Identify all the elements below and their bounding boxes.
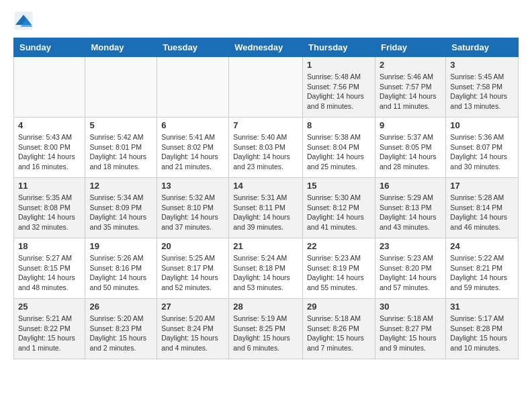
calendar-cell: 2Sunrise: 5:46 AM Sunset: 7:57 PM Daylig…: [375, 57, 445, 118]
cell-date-number: 11: [18, 181, 81, 191]
cell-info-text: Sunrise: 5:17 AM Sunset: 8:28 PM Dayligh…: [450, 314, 514, 353]
calendar-cell: 4Sunrise: 5:43 AM Sunset: 8:00 PM Daylig…: [14, 118, 85, 178]
calendar-cell: 8Sunrise: 5:38 AM Sunset: 8:04 PM Daylig…: [303, 118, 375, 178]
calendar-cell: 6Sunrise: 5:41 AM Sunset: 8:02 PM Daylig…: [157, 118, 229, 178]
weekday-header-monday: Monday: [85, 38, 157, 57]
cell-date-number: 20: [161, 241, 224, 251]
cell-date-number: 10: [450, 120, 514, 130]
cell-info-text: Sunrise: 5:35 AM Sunset: 8:08 PM Dayligh…: [18, 193, 81, 232]
calendar-table: SundayMondayTuesdayWednesdayThursdayFrid…: [13, 38, 519, 359]
cell-info-text: Sunrise: 5:40 AM Sunset: 8:03 PM Dayligh…: [233, 132, 298, 172]
cell-info-text: Sunrise: 5:37 AM Sunset: 8:05 PM Dayligh…: [380, 132, 441, 172]
calendar-cell: 23Sunrise: 5:23 AM Sunset: 8:20 PM Dayli…: [375, 238, 445, 299]
cell-date-number: 19: [89, 241, 152, 251]
cell-info-text: Sunrise: 5:23 AM Sunset: 8:20 PM Dayligh…: [380, 253, 441, 293]
cell-info-text: Sunrise: 5:42 AM Sunset: 8:01 PM Dayligh…: [89, 132, 152, 172]
cell-date-number: 31: [450, 302, 514, 312]
cell-date-number: 17: [450, 181, 514, 191]
cell-info-text: Sunrise: 5:29 AM Sunset: 8:13 PM Dayligh…: [380, 193, 441, 232]
cell-date-number: 26: [89, 302, 152, 312]
cell-date-number: 18: [18, 241, 81, 251]
calendar-cell: 26Sunrise: 5:20 AM Sunset: 8:23 PM Dayli…: [85, 299, 157, 359]
cell-info-text: Sunrise: 5:22 AM Sunset: 8:21 PM Dayligh…: [450, 253, 514, 293]
cell-info-text: Sunrise: 5:21 AM Sunset: 8:22 PM Dayligh…: [18, 314, 81, 353]
cell-date-number: 5: [89, 120, 152, 130]
cell-date-number: 27: [161, 302, 224, 312]
calendar-cell: 30Sunrise: 5:18 AM Sunset: 8:27 PM Dayli…: [375, 299, 445, 359]
cell-info-text: Sunrise: 5:48 AM Sunset: 7:56 PM Dayligh…: [307, 72, 371, 111]
cell-date-number: 6: [161, 120, 224, 130]
cell-date-number: 24: [450, 241, 514, 251]
cell-date-number: 21: [233, 241, 298, 251]
calendar-cell: [157, 57, 229, 118]
cell-info-text: Sunrise: 5:25 AM Sunset: 8:17 PM Dayligh…: [161, 253, 224, 293]
cell-date-number: 2: [380, 60, 441, 70]
cell-info-text: Sunrise: 5:24 AM Sunset: 8:18 PM Dayligh…: [233, 253, 298, 293]
cell-date-number: 8: [307, 120, 371, 130]
calendar-cell: 9Sunrise: 5:37 AM Sunset: 8:05 PM Daylig…: [375, 118, 445, 178]
calendar-cell: 29Sunrise: 5:18 AM Sunset: 8:26 PM Dayli…: [303, 299, 375, 359]
calendar-cell: 16Sunrise: 5:29 AM Sunset: 8:13 PM Dayli…: [375, 178, 445, 238]
calendar-cell: 11Sunrise: 5:35 AM Sunset: 8:08 PM Dayli…: [14, 178, 85, 238]
cell-date-number: 22: [307, 241, 371, 251]
cell-info-text: Sunrise: 5:18 AM Sunset: 8:27 PM Dayligh…: [380, 314, 441, 353]
week-row-3: 18Sunrise: 5:27 AM Sunset: 8:15 PM Dayli…: [14, 238, 519, 299]
cell-date-number: 4: [18, 120, 81, 130]
calendar-cell: 10Sunrise: 5:36 AM Sunset: 8:07 PM Dayli…: [446, 118, 519, 178]
calendar-cell: 28Sunrise: 5:19 AM Sunset: 8:25 PM Dayli…: [229, 299, 303, 359]
cell-info-text: Sunrise: 5:41 AM Sunset: 8:02 PM Dayligh…: [161, 132, 224, 172]
cell-date-number: 7: [233, 120, 298, 130]
cell-date-number: 30: [380, 302, 441, 312]
logo-icon: [13, 11, 34, 31]
cell-info-text: Sunrise: 5:43 AM Sunset: 8:00 PM Dayligh…: [18, 132, 81, 172]
calendar-cell: 7Sunrise: 5:40 AM Sunset: 8:03 PM Daylig…: [229, 118, 303, 178]
cell-info-text: Sunrise: 5:45 AM Sunset: 7:58 PM Dayligh…: [450, 72, 514, 111]
calendar-cell: 22Sunrise: 5:23 AM Sunset: 8:19 PM Dayli…: [303, 238, 375, 299]
cell-date-number: 15: [307, 181, 371, 191]
week-row-1: 4Sunrise: 5:43 AM Sunset: 8:00 PM Daylig…: [14, 118, 519, 178]
page: SundayMondayTuesdayWednesdayThursdayFrid…: [0, 0, 532, 370]
week-row-4: 25Sunrise: 5:21 AM Sunset: 8:22 PM Dayli…: [14, 299, 519, 359]
calendar-cell: 1Sunrise: 5:48 AM Sunset: 7:56 PM Daylig…: [303, 57, 375, 118]
calendar-cell: 15Sunrise: 5:30 AM Sunset: 8:12 PM Dayli…: [303, 178, 375, 238]
calendar-cell: 19Sunrise: 5:26 AM Sunset: 8:16 PM Dayli…: [85, 238, 157, 299]
week-row-0: 1Sunrise: 5:48 AM Sunset: 7:56 PM Daylig…: [14, 57, 519, 118]
calendar-cell: 21Sunrise: 5:24 AM Sunset: 8:18 PM Dayli…: [229, 238, 303, 299]
cell-date-number: 13: [161, 181, 224, 191]
cell-info-text: Sunrise: 5:46 AM Sunset: 7:57 PM Dayligh…: [380, 72, 441, 111]
cell-info-text: Sunrise: 5:38 AM Sunset: 8:04 PM Dayligh…: [307, 132, 371, 172]
cell-info-text: Sunrise: 5:26 AM Sunset: 8:16 PM Dayligh…: [89, 253, 152, 293]
cell-info-text: Sunrise: 5:31 AM Sunset: 8:11 PM Dayligh…: [233, 193, 298, 232]
cell-date-number: 16: [380, 181, 441, 191]
cell-info-text: Sunrise: 5:30 AM Sunset: 8:12 PM Dayligh…: [307, 193, 371, 232]
calendar-cell: 3Sunrise: 5:45 AM Sunset: 7:58 PM Daylig…: [446, 57, 519, 118]
cell-info-text: Sunrise: 5:20 AM Sunset: 8:24 PM Dayligh…: [161, 314, 224, 353]
cell-info-text: Sunrise: 5:34 AM Sunset: 8:09 PM Dayligh…: [89, 193, 152, 232]
cell-date-number: 1: [307, 60, 371, 70]
calendar-cell: 25Sunrise: 5:21 AM Sunset: 8:22 PM Dayli…: [14, 299, 85, 359]
cell-date-number: 25: [18, 302, 81, 312]
cell-date-number: 9: [380, 120, 441, 130]
weekday-header-tuesday: Tuesday: [157, 38, 229, 57]
calendar-cell: 5Sunrise: 5:42 AM Sunset: 8:01 PM Daylig…: [85, 118, 157, 178]
cell-date-number: 3: [450, 60, 514, 70]
header: [13, 11, 519, 31]
logo: [13, 11, 36, 31]
cell-info-text: Sunrise: 5:19 AM Sunset: 8:25 PM Dayligh…: [233, 314, 298, 353]
calendar-cell: 31Sunrise: 5:17 AM Sunset: 8:28 PM Dayli…: [446, 299, 519, 359]
cell-date-number: 28: [233, 302, 298, 312]
calendar-cell: 17Sunrise: 5:28 AM Sunset: 8:14 PM Dayli…: [446, 178, 519, 238]
weekday-header-row: SundayMondayTuesdayWednesdayThursdayFrid…: [14, 38, 519, 57]
weekday-header-wednesday: Wednesday: [229, 38, 303, 57]
week-row-2: 11Sunrise: 5:35 AM Sunset: 8:08 PM Dayli…: [14, 178, 519, 238]
calendar-cell: 24Sunrise: 5:22 AM Sunset: 8:21 PM Dayli…: [446, 238, 519, 299]
calendar-cell: 13Sunrise: 5:32 AM Sunset: 8:10 PM Dayli…: [157, 178, 229, 238]
calendar-cell: 18Sunrise: 5:27 AM Sunset: 8:15 PM Dayli…: [14, 238, 85, 299]
calendar-cell: [229, 57, 303, 118]
cell-info-text: Sunrise: 5:36 AM Sunset: 8:07 PM Dayligh…: [450, 132, 514, 172]
cell-info-text: Sunrise: 5:20 AM Sunset: 8:23 PM Dayligh…: [89, 314, 152, 353]
cell-info-text: Sunrise: 5:28 AM Sunset: 8:14 PM Dayligh…: [450, 193, 514, 232]
cell-info-text: Sunrise: 5:23 AM Sunset: 8:19 PM Dayligh…: [307, 253, 371, 293]
calendar-cell: 12Sunrise: 5:34 AM Sunset: 8:09 PM Dayli…: [85, 178, 157, 238]
calendar-cell: [85, 57, 157, 118]
